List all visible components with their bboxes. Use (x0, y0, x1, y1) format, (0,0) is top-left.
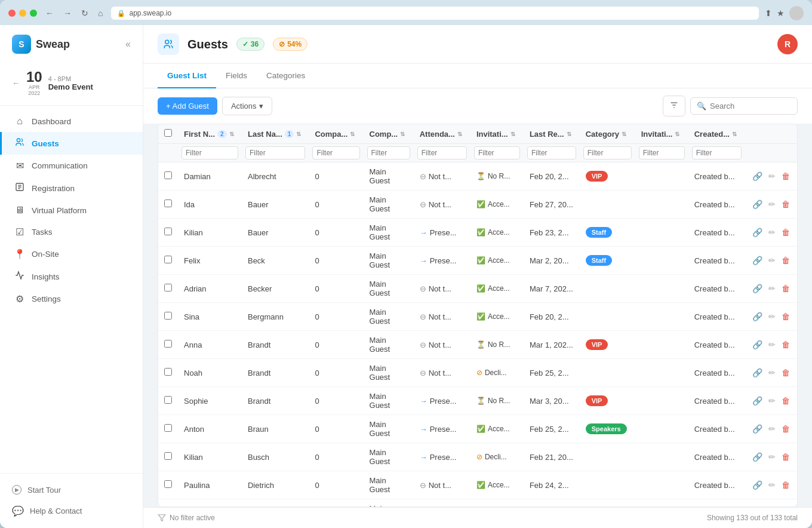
start-tour-item[interactable]: ▶ Start Tour (12, 481, 131, 499)
row-delete-button[interactable]: 🗑 (780, 311, 791, 323)
tab-fields[interactable]: Fields (216, 64, 257, 88)
bookmark-button[interactable]: ★ (777, 8, 785, 18)
filter-button[interactable] (663, 96, 685, 116)
row-edit-button[interactable]: ✏ (767, 395, 777, 407)
row-delete-button[interactable]: 🗑 (780, 451, 791, 463)
row-edit-button[interactable]: ✏ (767, 254, 777, 266)
col-invitation[interactable]: Invitati...⇅ (470, 124, 524, 144)
col-company-type[interactable]: Comp...⇅ (364, 124, 414, 144)
row-checkbox-cell[interactable] (158, 303, 178, 331)
row-checkbox[interactable] (164, 256, 172, 263)
row-checkbox[interactable] (164, 368, 172, 376)
actions-button[interactable]: Actions ▾ (222, 97, 272, 115)
row-checkbox-cell[interactable] (158, 331, 178, 359)
filter-company-type-input[interactable] (367, 146, 410, 159)
row-checkbox-cell[interactable] (158, 359, 178, 387)
col-category[interactable]: Category⇅ (580, 124, 635, 144)
minimize-button[interactable] (19, 10, 26, 17)
row-link-button[interactable]: 🔗 (751, 367, 764, 379)
filter-last-response[interactable] (524, 144, 580, 162)
share-button[interactable]: ⬆ (765, 8, 772, 18)
sidebar-item-virtual-platform[interactable]: 🖥 Virtual Platform (0, 199, 143, 221)
row-edit-button[interactable]: ✏ (767, 283, 777, 294)
row-edit-button[interactable]: ✏ (767, 423, 777, 435)
row-checkbox[interactable] (164, 228, 172, 235)
row-link-button[interactable]: 🔗 (751, 283, 764, 294)
sidebar-item-on-site[interactable]: 📍 On-Site (0, 243, 143, 265)
row-edit-button[interactable]: ✏ (767, 479, 777, 491)
tab-guest-list[interactable]: Guest List (158, 64, 216, 88)
row-checkbox[interactable] (164, 396, 172, 404)
row-link-button[interactable]: 🔗 (751, 339, 764, 351)
row-delete-button[interactable]: 🗑 (780, 254, 791, 266)
row-checkbox-cell[interactable] (158, 219, 178, 247)
tab-categories[interactable]: Categories (257, 64, 315, 88)
search-box[interactable]: 🔍 (690, 97, 798, 115)
filter-category[interactable] (580, 144, 635, 162)
filter-created-input[interactable] (692, 146, 742, 159)
sidebar-item-insights[interactable]: Insights (0, 265, 143, 288)
sidebar-item-dashboard[interactable]: ⌂ Dashboard (0, 110, 143, 132)
row-link-button[interactable]: 🔗 (751, 254, 764, 266)
row-edit-button[interactable]: ✏ (767, 451, 777, 463)
sidebar-collapse-button[interactable]: « (125, 39, 131, 50)
row-checkbox[interactable] (164, 171, 172, 179)
row-link-button[interactable]: 🔗 (751, 423, 764, 435)
event-back-button[interactable]: ← (12, 78, 20, 88)
col-attendance[interactable]: Attenda...⇅ (414, 124, 470, 144)
search-input[interactable] (710, 102, 791, 110)
user-avatar[interactable]: R (777, 34, 798, 54)
row-delete-button[interactable]: 🗑 (780, 283, 791, 294)
row-delete-button[interactable]: 🗑 (780, 367, 791, 379)
col-last-name[interactable]: Last Na... 1 ⇅ (242, 124, 309, 144)
filter-attendance[interactable] (414, 144, 470, 162)
row-checkbox[interactable] (164, 480, 172, 488)
filter-last-name-input[interactable] (245, 146, 305, 159)
row-checkbox-cell[interactable] (158, 499, 178, 508)
filter-last-name[interactable] (242, 144, 309, 162)
maximize-button[interactable] (30, 10, 37, 17)
filter-first-name[interactable] (178, 144, 242, 162)
row-checkbox-cell[interactable] (158, 443, 178, 471)
row-checkbox[interactable] (164, 284, 172, 291)
sidebar-item-communication[interactable]: ✉ Communication (0, 155, 143, 177)
select-all-checkbox[interactable] (164, 129, 172, 137)
add-guest-button[interactable]: + Add Guest (158, 97, 217, 115)
row-edit-button[interactable]: ✏ (767, 339, 777, 351)
help-contact-item[interactable]: 💬 Help & Contact (12, 501, 131, 521)
sidebar-item-tasks[interactable]: ☑ Tasks (0, 221, 143, 243)
row-link-button[interactable]: 🔗 (751, 198, 764, 210)
sidebar-item-guests[interactable]: Guests (0, 132, 143, 155)
row-link-button[interactable]: 🔗 (751, 311, 764, 323)
filter-created[interactable] (688, 144, 745, 162)
filter-invitation2-input[interactable] (639, 146, 685, 159)
filter-invitation[interactable] (470, 144, 524, 162)
reload-button[interactable]: ↻ (79, 7, 91, 19)
row-delete-button[interactable]: 🗑 (780, 395, 791, 407)
filter-invitation-input[interactable] (474, 146, 520, 159)
close-button[interactable] (8, 10, 16, 17)
row-checkbox[interactable] (164, 424, 172, 432)
row-delete-button[interactable]: 🗑 (780, 479, 791, 491)
row-checkbox[interactable] (164, 452, 172, 460)
row-link-button[interactable]: 🔗 (751, 395, 764, 407)
row-delete-button[interactable]: 🗑 (780, 198, 791, 210)
row-checkbox-cell[interactable] (158, 247, 178, 275)
row-checkbox[interactable] (164, 199, 172, 207)
sidebar-item-settings[interactable]: ⚙ Settings (0, 288, 143, 310)
url-bar[interactable]: 🔒 app.sweap.io (111, 7, 759, 20)
row-delete-button[interactable]: 🗑 (780, 339, 791, 351)
filter-company-type[interactable] (364, 144, 414, 162)
row-checkbox[interactable] (164, 312, 172, 320)
col-last-response[interactable]: Last Re...⇅ (524, 124, 580, 144)
filter-attendance-input[interactable] (417, 146, 467, 159)
row-checkbox-cell[interactable] (158, 191, 178, 219)
home-button[interactable]: ⌂ (96, 7, 105, 19)
row-checkbox-cell[interactable] (158, 162, 178, 191)
browser-user-avatar[interactable] (789, 6, 804, 20)
row-link-button[interactable]: 🔗 (751, 451, 764, 463)
row-link-button[interactable]: 🔗 (751, 226, 764, 238)
filter-category-input[interactable] (583, 146, 632, 159)
row-checkbox-cell[interactable] (158, 415, 178, 443)
row-link-button[interactable]: 🔗 (751, 479, 764, 491)
